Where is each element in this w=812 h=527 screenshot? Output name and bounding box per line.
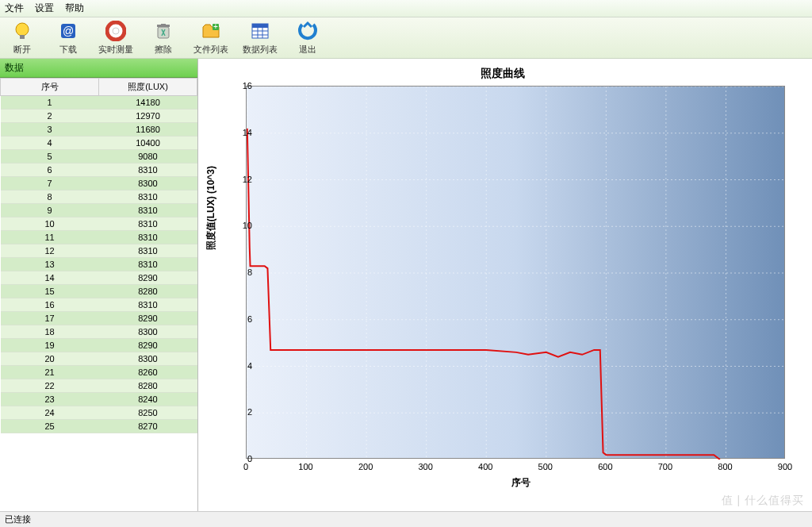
cell-seq: 20 (1, 352, 99, 366)
table-row[interactable]: 178290 (1, 312, 197, 325)
y-tick: 4 (247, 361, 252, 371)
x-tick: 900 (778, 462, 792, 471)
cell-seq: 5 (1, 150, 99, 163)
filelist-button[interactable]: + 文件列表 (193, 20, 228, 56)
menu-settings[interactable]: 设置 (35, 2, 54, 15)
x-tick: 200 (358, 462, 373, 471)
cell-seq: 2 (1, 110, 99, 123)
chart-box: 照度值(LUX) (10^3) 0246810121416 0100200300… (246, 86, 796, 486)
col-seq[interactable]: 序号 (1, 79, 99, 96)
cell-seq: 1 (1, 96, 99, 110)
cell-seq: 10 (1, 217, 99, 231)
table-row[interactable]: 88310 (1, 190, 197, 204)
cell-lux: 11680 (99, 123, 197, 137)
cell-seq: 24 (1, 406, 99, 420)
table-row[interactable]: 168310 (1, 298, 197, 312)
cell-lux: 8300 (99, 352, 197, 366)
cell-seq: 4 (1, 137, 99, 150)
table-row[interactable]: 228280 (1, 379, 197, 393)
cell-lux: 14180 (99, 96, 197, 110)
lifebuoy-icon (105, 20, 127, 42)
cell-seq: 23 (1, 393, 99, 406)
cell-seq: 9 (1, 204, 99, 217)
data-panel: 数据 序号 照度(LUX) 11418021297031168041040059… (0, 59, 198, 511)
status-connected: 已连接 (5, 514, 31, 525)
cell-seq: 8 (1, 190, 99, 204)
table-row[interactable]: 114180 (1, 96, 197, 110)
cell-lux: 8300 (99, 325, 197, 339)
cell-lux: 8290 (99, 271, 197, 285)
svg-point-5 (113, 28, 119, 34)
table-row[interactable]: 238240 (1, 393, 197, 406)
y-tick: 14 (243, 128, 252, 137)
cell-lux: 8270 (99, 420, 197, 433)
table-row[interactable]: 208300 (1, 352, 197, 366)
statusbar: 已连接 (0, 511, 812, 527)
cell-seq: 19 (1, 339, 99, 352)
table-row[interactable]: 128310 (1, 244, 197, 258)
erase-button[interactable]: 擦除 (147, 20, 179, 56)
cell-seq: 25 (1, 420, 99, 433)
trash-icon (152, 20, 174, 42)
cell-seq: 3 (1, 123, 99, 137)
cell-lux: 8310 (99, 190, 197, 204)
datalist-button[interactable]: 数据列表 (243, 20, 278, 56)
download-button[interactable]: @ 下载 (52, 20, 84, 56)
table-row[interactable]: 148290 (1, 271, 197, 285)
table-row[interactable]: 68310 (1, 163, 197, 177)
download-icon: @ (57, 20, 79, 42)
x-tick: 400 (478, 462, 492, 471)
table-row[interactable]: 108310 (1, 217, 197, 231)
table-row[interactable]: 311680 (1, 123, 197, 137)
y-tick: 10 (243, 221, 252, 230)
y-axis-label: 照度值(LUX) (10^3) (205, 166, 218, 250)
table-row[interactable]: 59080 (1, 150, 197, 163)
realtime-button[interactable]: 实时测量 (98, 20, 133, 56)
table-row[interactable]: 212970 (1, 110, 197, 123)
table-row[interactable]: 248250 (1, 406, 197, 420)
table-icon (249, 20, 271, 42)
table-row[interactable]: 98310 (1, 204, 197, 217)
cell-lux: 8310 (99, 163, 197, 177)
cell-lux: 8310 (99, 217, 197, 231)
x-tick: 500 (538, 462, 553, 471)
cell-seq: 7 (1, 177, 99, 190)
x-tick: 300 (418, 462, 432, 471)
menu-file[interactable]: 文件 (5, 2, 24, 15)
cell-seq: 18 (1, 325, 99, 339)
cell-seq: 13 (1, 258, 99, 271)
x-tick: 600 (598, 462, 612, 471)
panel-title: 数据 (0, 59, 197, 78)
cell-seq: 12 (1, 244, 99, 258)
data-table-scroll[interactable]: 序号 照度(LUX) 11418021297031168041040059080… (0, 78, 197, 511)
cell-seq: 15 (1, 285, 99, 298)
menu-help[interactable]: 帮助 (65, 2, 84, 15)
cell-lux: 9080 (99, 150, 197, 163)
exit-button[interactable]: 退出 (292, 20, 324, 56)
table-row[interactable]: 188300 (1, 325, 197, 339)
table-row[interactable]: 410400 (1, 137, 197, 150)
cell-lux: 8300 (99, 177, 197, 190)
table-row[interactable]: 78300 (1, 177, 197, 190)
table-row[interactable]: 118310 (1, 231, 197, 244)
table-row[interactable]: 158280 (1, 285, 197, 298)
table-row[interactable]: 258270 (1, 420, 197, 433)
cell-lux: 12970 (99, 110, 197, 123)
table-row[interactable]: 138310 (1, 258, 197, 271)
cell-seq: 17 (1, 312, 99, 325)
table-row[interactable]: 198290 (1, 339, 197, 352)
exit-icon (297, 20, 319, 42)
cell-lux: 8290 (99, 312, 197, 325)
cell-lux: 8310 (99, 244, 197, 258)
svg-rect-1 (20, 35, 25, 39)
plot-region[interactable] (246, 86, 785, 459)
data-table: 序号 照度(LUX) 11418021297031168041040059080… (0, 78, 197, 433)
svg-text:+: + (213, 22, 218, 31)
y-tick: 8 (247, 267, 252, 277)
table-row[interactable]: 218260 (1, 366, 197, 379)
svg-rect-11 (252, 24, 268, 28)
cell-lux: 8310 (99, 298, 197, 312)
col-lux[interactable]: 照度(LUX) (99, 79, 197, 96)
cell-lux: 8310 (99, 204, 197, 217)
disconnect-button[interactable]: 断开 (6, 20, 38, 56)
